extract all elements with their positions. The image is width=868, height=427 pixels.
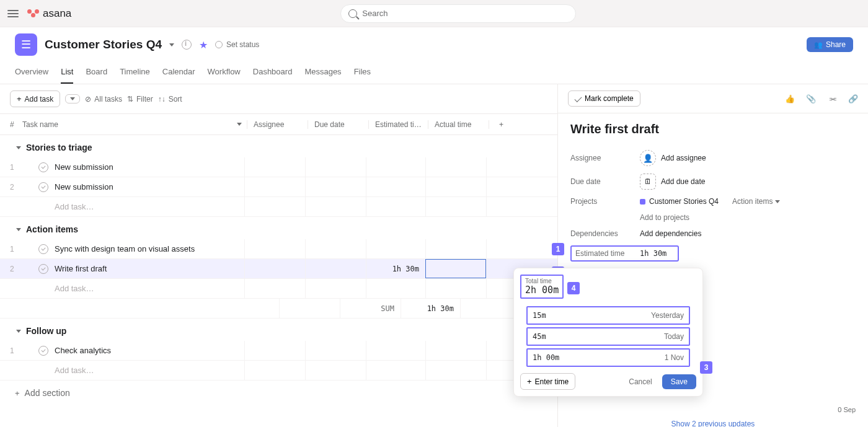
task-detail-pane: Mark complete 👍 📎 ⫘ 🔗 Write first draft … <box>558 84 868 427</box>
dependencies-label: Dependencies <box>570 229 640 238</box>
add-task-button[interactable]: +Add task <box>10 90 60 107</box>
search-placeholder: Search <box>362 9 388 18</box>
estimated-time-label: Estimated time <box>575 249 640 258</box>
info-icon[interactable] <box>182 40 192 50</box>
assignee-field[interactable]: 👤 Add assignee <box>640 150 706 166</box>
complete-check-icon[interactable] <box>38 346 48 356</box>
callout-badge-4: 4 <box>567 282 580 294</box>
tab-dashboard[interactable]: Dashboard <box>253 62 293 84</box>
calendar-icon: 🗓 <box>640 174 656 190</box>
task-row[interactable]: 1New submission <box>0 157 557 177</box>
project-title: Customer Stories Q4 <box>45 38 162 51</box>
col-actual-time[interactable]: Actual time <box>428 120 489 129</box>
share-button[interactable]: 👥 Share <box>807 37 853 52</box>
add-task-inline[interactable]: Add task… <box>0 279 557 299</box>
add-to-projects-button[interactable]: Add to projects <box>640 213 689 222</box>
detail-toolbar: Mark complete 👍 📎 ⫘ 🔗 <box>558 84 868 113</box>
project-chip[interactable]: Customer Stories Q4 <box>640 197 719 206</box>
filter-icon: ⇅ <box>127 95 133 103</box>
project-section-dropdown[interactable]: Action items <box>732 197 780 206</box>
attachment-icon[interactable]: 📎 <box>806 94 816 103</box>
tab-workflow[interactable]: Workflow <box>208 62 241 84</box>
complete-check-icon[interactable] <box>38 182 48 192</box>
projects-label: Projects <box>570 197 640 206</box>
task-row[interactable]: 1Sync with design team on visual assets <box>0 239 557 259</box>
list-toolbar: +Add task ⊘All tasks ⇅Filter ↑↓Sort <box>0 84 557 114</box>
column-headers: # Task name Assignee Due date Estimated … <box>0 114 557 135</box>
topbar: asana Search <box>0 0 868 27</box>
due-date-label: Due date <box>570 177 640 186</box>
time-entry[interactable]: 1h 00m1 Nov <box>526 348 690 367</box>
add-task-inline[interactable]: Add task… <box>0 197 557 217</box>
complete-check-icon[interactable] <box>38 162 48 172</box>
global-search[interactable]: Search <box>340 4 576 23</box>
tab-timeline[interactable]: Timeline <box>120 62 150 84</box>
task-title[interactable]: Write first draft <box>570 122 856 136</box>
filter-button[interactable]: ⇅Filter <box>127 95 153 103</box>
section-header[interactable]: Stories to triage <box>0 135 557 157</box>
task-row[interactable]: 2New submission <box>0 177 557 197</box>
add-task-inline[interactable]: Add task… <box>0 361 557 381</box>
callout-badge-3: 3 <box>700 361 712 374</box>
triangle-icon <box>16 146 21 149</box>
total-time-display: Total time 2h 00m <box>520 275 564 299</box>
col-task-name[interactable]: Task name <box>22 120 247 129</box>
enter-time-button[interactable]: +Enter time <box>520 373 575 390</box>
tab-board[interactable]: Board <box>86 62 107 84</box>
add-section-button[interactable]: +Add section <box>0 381 557 405</box>
created-date: 0 Sep <box>838 406 856 413</box>
add-column-button[interactable]: + <box>489 120 513 129</box>
sort-icon: ↑↓ <box>158 95 166 103</box>
time-entry[interactable]: 15mYesterday <box>526 306 690 325</box>
sort-button[interactable]: ↑↓Sort <box>158 95 182 103</box>
asana-logo[interactable]: asana <box>27 7 71 20</box>
actual-time-popover: Total time 2h 00m 4 15mYesterday45mToday… <box>513 268 703 397</box>
search-icon <box>348 9 357 18</box>
tab-list[interactable]: List <box>61 62 73 84</box>
col-assignee[interactable]: Assignee <box>247 120 308 129</box>
cancel-button[interactable]: Cancel <box>624 374 657 389</box>
col-due-date[interactable]: Due date <box>308 120 368 129</box>
add-task-dropdown[interactable] <box>65 94 80 103</box>
dependencies-field[interactable]: Add dependencies <box>640 229 701 238</box>
assignee-label: Assignee <box>570 154 640 162</box>
show-previous-updates-link[interactable]: Show 2 previous updates <box>558 420 868 427</box>
estimated-time-field[interactable]: 1h 30m <box>640 249 666 258</box>
check-circle-icon: ⊘ <box>85 95 91 103</box>
task-row[interactable]: 1Check analytics <box>0 341 557 361</box>
people-icon: 👥 <box>814 41 823 49</box>
col-estimated-time[interactable]: Estimated ti… <box>368 120 428 129</box>
project-icon: ☰ <box>15 33 37 56</box>
link-icon[interactable]: 🔗 <box>848 94 858 103</box>
save-button[interactable]: Save <box>662 374 696 389</box>
triangle-icon <box>16 330 21 333</box>
chevron-down-icon[interactable] <box>169 43 174 46</box>
all-tasks-filter[interactable]: ⊘All tasks <box>85 95 122 103</box>
mark-complete-button[interactable]: Mark complete <box>568 90 640 107</box>
due-date-field[interactable]: 🗓 Add due date <box>640 174 705 190</box>
menu-icon[interactable] <box>7 8 19 19</box>
tab-files[interactable]: Files <box>354 62 371 84</box>
logo-text: asana <box>43 7 71 20</box>
complete-check-icon[interactable] <box>38 264 48 274</box>
task-list: +Add task ⊘All tasks ⇅Filter ↑↓Sort # Ta… <box>0 84 558 427</box>
col-number: # <box>10 120 22 129</box>
section-sum-row: SUM1h 30m <box>0 299 557 319</box>
subtask-icon[interactable]: ⫘ <box>827 94 837 103</box>
status-circle-icon <box>215 41 223 48</box>
section-header[interactable]: Action items <box>0 217 557 239</box>
tab-calendar[interactable]: Calendar <box>162 62 195 84</box>
time-entry[interactable]: 45mToday <box>526 327 690 346</box>
set-status-button[interactable]: Set status <box>215 40 259 49</box>
chevron-down-icon <box>237 123 242 126</box>
tab-messages[interactable]: Messages <box>304 62 341 84</box>
person-icon: 👤 <box>640 150 656 166</box>
section-header[interactable]: Follow up <box>0 319 557 341</box>
project-header: ☰ Customer Stories Q4 ★ Set status 👥 Sha… <box>0 27 868 84</box>
complete-check-icon[interactable] <box>38 244 48 254</box>
project-tabs: OverviewListBoardTimelineCalendarWorkflo… <box>15 62 853 84</box>
tab-overview[interactable]: Overview <box>15 62 48 84</box>
star-icon[interactable]: ★ <box>199 39 208 51</box>
like-icon[interactable]: 👍 <box>785 94 795 103</box>
task-row[interactable]: 2Write first draft1h 30m <box>0 259 557 279</box>
